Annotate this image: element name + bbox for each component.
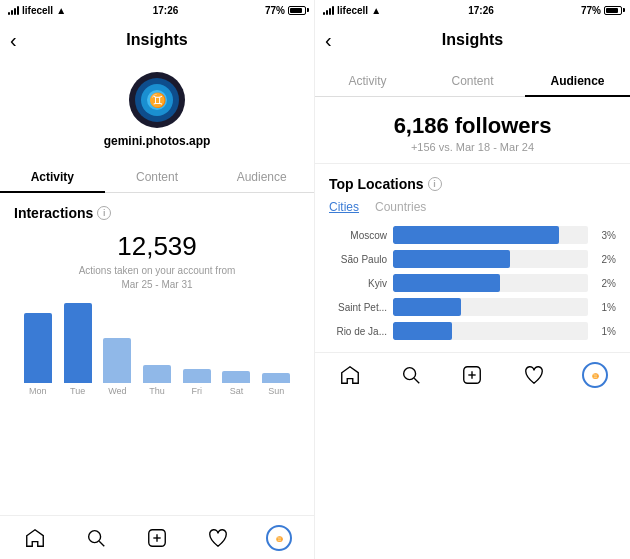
- interactions-subtitle: Actions taken on your account fromMar 25…: [14, 264, 300, 292]
- tab-content-left[interactable]: Content: [105, 162, 210, 192]
- profile-button-right[interactable]: ♊: [577, 357, 613, 393]
- bar: [103, 338, 131, 383]
- list-item: Kyiv2%: [329, 274, 616, 292]
- svg-text:♊: ♊: [592, 371, 599, 379]
- location-tabs: Cities Countries: [329, 200, 616, 214]
- time-left: 17:26: [153, 5, 179, 16]
- list-item: São Paulo2%: [329, 250, 616, 268]
- bottom-nav-right: ♊: [315, 352, 630, 396]
- interactions-count: 12,539: [14, 231, 300, 262]
- bar: [262, 373, 290, 383]
- svg-text:♊: ♊: [149, 92, 167, 109]
- tab-audience-left[interactable]: Audience: [209, 162, 314, 192]
- bar: [64, 303, 92, 383]
- bar: [183, 369, 211, 383]
- bar-group: Wed: [97, 338, 137, 396]
- carrier-left: lifecell: [22, 5, 53, 16]
- interactions-section: Interactions i 12,539 Actions taken on y…: [0, 193, 314, 515]
- bar: [222, 371, 250, 383]
- followers-section: 6,186 followers +156 vs. Mar 18 - Mar 24: [315, 97, 630, 164]
- countries-tab[interactable]: Countries: [375, 200, 426, 214]
- right-screen: lifecell ▲ 17:26 77% ‹ Insights Activity…: [315, 0, 630, 559]
- add-button-right[interactable]: [454, 357, 490, 393]
- bar-label: Sat: [230, 386, 244, 396]
- interactions-title: Interactions i: [14, 205, 300, 221]
- location-bar: [393, 274, 588, 292]
- top-locations: Top Locations i Cities Countries Moscow3…: [315, 164, 630, 352]
- bar-label: Tue: [70, 386, 85, 396]
- profile-icon-right: ♊: [582, 362, 608, 388]
- top-locations-title: Top Locations i: [329, 176, 616, 192]
- tabs-left: Activity Content Audience: [0, 162, 314, 193]
- tabs-right: Activity Content Audience: [315, 66, 630, 97]
- bar: [24, 313, 52, 383]
- heart-button-right[interactable]: [516, 357, 552, 393]
- signal-icon-right: [323, 5, 334, 15]
- followers-count: 6,186 followers: [315, 113, 630, 139]
- home-button-left[interactable]: [17, 520, 53, 556]
- nav-bar-left: ‹ Insights: [0, 20, 314, 60]
- info-icon-locations[interactable]: i: [428, 177, 442, 191]
- bar-label: Mon: [29, 386, 47, 396]
- battery-icon-left: [288, 6, 306, 15]
- svg-line-12: [414, 378, 419, 383]
- status-bar-left: lifecell ▲ 17:26 77%: [0, 0, 314, 20]
- bar-label: Wed: [108, 386, 126, 396]
- wifi-left: ▲: [56, 5, 66, 16]
- bar: [143, 365, 171, 383]
- back-button-left[interactable]: ‹: [10, 29, 17, 52]
- bottom-nav-left: ♊: [0, 515, 314, 559]
- wifi-right: ▲: [371, 5, 381, 16]
- followers-change: +156 vs. Mar 18 - Mar 24: [315, 141, 630, 153]
- svg-text:♊: ♊: [276, 534, 283, 542]
- gemini-logo: ♊: [129, 72, 185, 128]
- bar-group: Sat: [217, 371, 257, 396]
- location-percent: 2%: [594, 278, 616, 289]
- svg-point-11: [404, 367, 416, 379]
- location-percent: 3%: [594, 230, 616, 241]
- tab-content-right[interactable]: Content: [420, 66, 525, 96]
- profile-icon-left: ♊: [266, 525, 292, 551]
- tab-activity-left[interactable]: Activity: [0, 162, 105, 192]
- cities-tab[interactable]: Cities: [329, 200, 359, 214]
- carrier-right: lifecell: [337, 5, 368, 16]
- tab-audience-right[interactable]: Audience: [525, 66, 630, 96]
- battery-icon-right: [604, 6, 622, 15]
- signal-icon: [8, 5, 19, 15]
- profile-section: ♊ gemini.photos.app: [0, 60, 314, 156]
- profile-name: gemini.photos.app: [104, 134, 211, 148]
- bar-group: Sun: [256, 373, 296, 396]
- bar-group: Mon: [18, 313, 58, 396]
- heart-button-left[interactable]: [200, 520, 236, 556]
- location-name: São Paulo: [329, 254, 387, 265]
- svg-line-6: [99, 541, 104, 546]
- bar-group: Thu: [137, 365, 177, 396]
- add-button-left[interactable]: [139, 520, 175, 556]
- bar-group: Fri: [177, 369, 217, 396]
- location-list: Moscow3%São Paulo2%Kyiv2%Saint Pet...1%R…: [329, 226, 616, 340]
- location-bar: [393, 298, 588, 316]
- status-bar-right: lifecell ▲ 17:26 77%: [315, 0, 630, 20]
- search-button-left[interactable]: [78, 520, 114, 556]
- left-screen: lifecell ▲ 17:26 77% ‹ Insights ♊ gem: [0, 0, 315, 559]
- location-bar-fill: [393, 298, 461, 316]
- page-title-right: Insights: [442, 31, 503, 49]
- bar-label: Fri: [191, 386, 202, 396]
- location-bar: [393, 250, 588, 268]
- search-button-right[interactable]: [393, 357, 429, 393]
- tab-activity-right[interactable]: Activity: [315, 66, 420, 96]
- bar-label: Sun: [268, 386, 284, 396]
- location-bar: [393, 226, 588, 244]
- back-button-right[interactable]: ‹: [325, 29, 332, 52]
- info-icon-interactions[interactable]: i: [97, 206, 111, 220]
- location-name: Moscow: [329, 230, 387, 241]
- svg-point-5: [88, 530, 100, 542]
- profile-button-left[interactable]: ♊: [261, 520, 297, 556]
- location-bar-fill: [393, 250, 510, 268]
- list-item: Saint Pet...1%: [329, 298, 616, 316]
- list-item: Moscow3%: [329, 226, 616, 244]
- home-button-right[interactable]: [332, 357, 368, 393]
- location-percent: 2%: [594, 254, 616, 265]
- bar-group: Tue: [58, 303, 98, 396]
- nav-bar-right: ‹ Insights: [315, 20, 630, 60]
